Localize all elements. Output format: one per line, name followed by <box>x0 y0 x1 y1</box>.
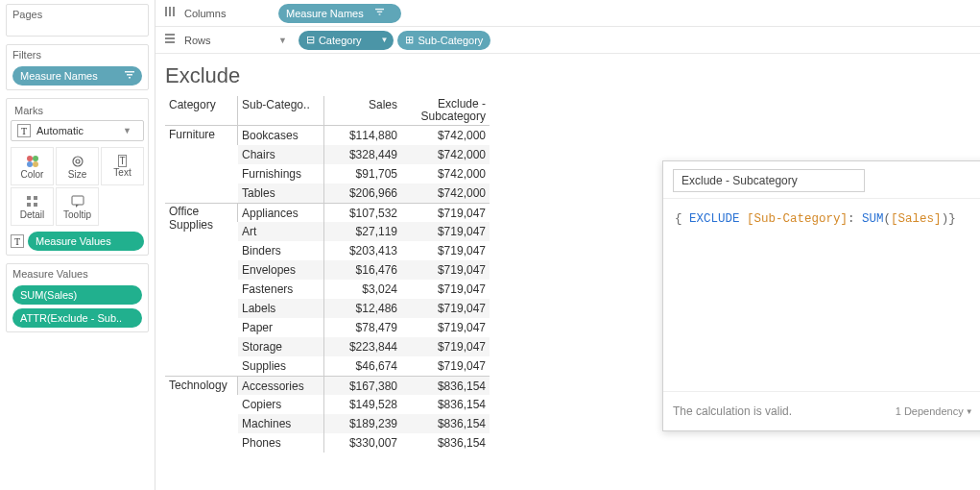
tok-close: } <box>948 212 956 226</box>
subcat-cell: Appliances <box>238 203 324 222</box>
marks-text-label: Text <box>113 167 131 178</box>
calc-dependencies-dropdown[interactable]: 1 Dependency ▼ <box>896 405 973 417</box>
text-icon: T <box>118 155 126 167</box>
category-cell: Office Supplies <box>165 203 238 222</box>
marks-detail-label: Detail <box>20 209 45 220</box>
sales-cell: $167,380 <box>324 376 401 395</box>
sales-cell: $206,966 <box>324 184 401 203</box>
calc-status: The calculation is valid. <box>673 404 888 418</box>
exclude-cell: $719,047 <box>401 337 490 356</box>
pages-title: Pages <box>12 9 142 20</box>
subcat-cell: Art <box>238 222 324 241</box>
mv-pill-attr-exclude[interactable]: ATTR(Exclude - Sub.. <box>12 308 142 328</box>
filter-pill-measure-names[interactable]: Measure Names <box>12 66 142 86</box>
subcat-cell: Supplies <box>238 356 324 376</box>
tok-paren-open: ( <box>884 212 892 226</box>
filters-title: Filters <box>12 49 142 61</box>
calculation-editor: Exclude - Subcategory ✕ { EXCLUDE [Sub-C… <box>662 160 980 431</box>
tok-colon: : <box>848 212 862 226</box>
marks-pill-measure-values[interactable]: Measure Values <box>28 232 144 251</box>
sales-cell: $114,880 <box>324 126 401 145</box>
pill-label: Measure Names <box>286 8 364 19</box>
sales-cell: $27,119 <box>324 222 401 241</box>
svg-rect-12 <box>34 203 37 207</box>
sales-cell: $46,674 <box>324 356 401 376</box>
filters-shelf[interactable]: Filters Measure Names <box>6 44 149 90</box>
subcat-cell: Accessories <box>238 376 324 395</box>
sales-cell: $3,024 <box>324 280 401 299</box>
rows-pill-subcategory[interactable]: ⊞ Sub-Category <box>397 31 490 50</box>
pill-label: Category <box>319 35 362 46</box>
chevron-down-icon: ▼ <box>966 407 973 416</box>
sales-cell: $189,239 <box>324 414 401 433</box>
marks-size-button[interactable]: Size <box>56 147 99 185</box>
sales-cell: $330,007 <box>324 433 401 453</box>
chevron-down-icon: ▼ <box>381 36 389 44</box>
svg-rect-1 <box>127 74 132 76</box>
tok-fn: SUM <box>862 212 884 226</box>
text-icon: T <box>11 234 24 248</box>
svg-rect-14 <box>165 7 167 16</box>
svg-rect-15 <box>169 7 171 16</box>
rows-pill-category[interactable]: ⊟ Category ▼ <box>299 31 394 50</box>
mv-pill-sum-sales[interactable]: SUM(Sales) <box>12 285 142 305</box>
marks-title: Marks <box>11 103 144 120</box>
subcat-cell: Bookcases <box>238 126 324 145</box>
col-header-subcategory[interactable]: Sub-Catego.. <box>238 96 324 126</box>
chevron-down-icon[interactable]: ▼ <box>278 36 287 45</box>
calc-name-value: Exclude - Subcategory <box>681 174 798 187</box>
svg-point-5 <box>27 161 33 167</box>
exclude-cell: $719,047 <box>401 318 490 337</box>
sales-cell: $203,413 <box>324 241 401 260</box>
text-type-icon: T <box>17 124 31 137</box>
pages-shelf[interactable]: Pages <box>6 4 149 37</box>
marks-empty-cell <box>101 187 144 226</box>
subcat-cell: Paper <box>238 318 324 337</box>
subcat-cell: Fasteners <box>238 280 324 299</box>
measure-values-shelf: Measure Values SUM(Sales) ATTR(Exclude -… <box>6 263 149 332</box>
rows-label: Rows <box>184 35 273 46</box>
marks-detail-button[interactable]: Detail <box>11 187 54 226</box>
sales-cell: $223,844 <box>324 337 401 356</box>
svg-rect-0 <box>125 71 134 73</box>
columns-shelf[interactable]: Columns Measure Names <box>155 0 980 27</box>
pill-label: Measure Values <box>36 235 111 247</box>
tok-paren-close: ) <box>942 212 949 226</box>
svg-rect-11 <box>27 203 31 207</box>
svg-rect-22 <box>165 41 175 43</box>
rows-shelf[interactable]: Rows ▼ ⊟ Category ▼ ⊞ Sub-Category <box>155 27 980 54</box>
col-header-category[interactable]: Category <box>165 96 238 126</box>
marks-tooltip-button[interactable]: Tooltip <box>56 187 99 226</box>
exclude-cell: $742,000 <box>401 126 490 145</box>
calc-name-input[interactable]: Exclude - Subcategory <box>673 169 865 192</box>
tooltip-icon <box>70 194 85 209</box>
col-header-sales[interactable]: Sales <box>324 96 401 126</box>
measure-values-title: Measure Values <box>12 268 142 280</box>
calc-formula-editor[interactable]: { EXCLUDE [Sub-Category]: SUM([Sales])} … <box>663 198 980 391</box>
svg-rect-10 <box>34 196 37 200</box>
subcat-cell: Binders <box>238 241 324 260</box>
marks-tooltip-label: Tooltip <box>63 209 91 220</box>
svg-rect-16 <box>173 7 175 16</box>
columns-pill-measure-names[interactable]: Measure Names <box>278 4 401 23</box>
size-icon <box>70 154 85 169</box>
marks-type-select[interactable]: T Automatic ▼ <box>11 120 144 141</box>
svg-point-7 <box>73 157 83 166</box>
pill-label: SUM(Sales) <box>20 289 77 301</box>
exclude-cell: $719,047 <box>401 260 490 280</box>
subcat-cell: Labels <box>238 299 324 318</box>
category-cell: Technology <box>165 376 238 395</box>
calc-dep-label: 1 Dependency <box>896 405 964 417</box>
detail-icon <box>25 194 40 209</box>
columns-icon <box>161 6 179 20</box>
sales-cell: $149,528 <box>324 395 401 414</box>
sheet-title: Exclude <box>155 54 980 96</box>
col-header-exclude[interactable]: Exclude - Subcategory <box>401 96 490 126</box>
pill-label: Measure Names <box>20 70 98 82</box>
svg-rect-19 <box>378 13 380 14</box>
sales-cell: $16,476 <box>324 260 401 280</box>
svg-rect-21 <box>165 37 175 39</box>
marks-text-button[interactable]: T Text <box>101 147 144 185</box>
subcat-cell: Tables <box>238 184 324 203</box>
marks-color-button[interactable]: Color <box>11 147 54 185</box>
